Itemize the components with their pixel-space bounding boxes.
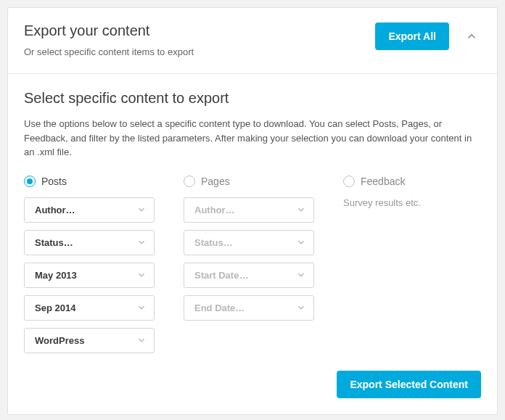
select-value: End Date… [194,302,245,313]
radio-icon [343,176,355,187]
pages-status-select[interactable]: Status… [184,230,314,255]
feedback-radio-label: Feedback [361,176,405,187]
posts-radio-label: Posts [41,176,67,187]
posts-end-date-select[interactable]: Sep 2014 [24,295,155,321]
header-section: Export your content Or select specific c… [8,8,497,74]
chevron-down-icon [296,270,306,280]
select-value: Author… [35,205,75,215]
pages-radio[interactable]: Pages [184,176,314,187]
body-section: Select specific content to export Use th… [8,74,497,414]
chevron-down-icon [136,335,147,345]
footer-actions: Export Selected Content [24,371,481,398]
feedback-column: Feedback Survey results etc. [343,176,481,361]
pages-start-date-select[interactable]: Start Date… [184,263,314,288]
header-text: Export your content Or select specific c… [24,22,194,57]
export-selected-button[interactable]: Export Selected Content [337,371,481,398]
feedback-radio[interactable]: Feedback [343,176,481,187]
export-card: Export your content Or select specific c… [7,7,498,415]
chevron-down-icon [136,270,147,280]
select-value: WordPress [35,335,84,346]
posts-start-date-select[interactable]: May 2013 [24,263,155,288]
select-value: Status… [35,237,73,248]
body-title: Select specific content to export [24,90,481,107]
pages-column: Pages Author… Status… Start Date… End Da… [184,176,314,361]
chevron-down-icon [136,237,147,247]
radio-icon [24,176,36,187]
header-title: Export your content [24,22,194,39]
select-value: May 2013 [35,270,77,281]
chevron-down-icon [296,302,306,313]
content-columns: Posts Author… Status… May 2013 Sep 2014 [24,176,481,361]
select-value: Status… [194,237,233,248]
posts-author-select[interactable]: Author… [24,197,155,223]
collapse-toggle[interactable] [462,27,481,46]
feedback-subtext: Survey results etc. [343,197,481,208]
select-value: Author… [194,205,235,215]
posts-category-select[interactable]: WordPress [24,328,155,353]
chevron-up-icon [465,30,478,43]
chevron-down-icon [296,205,306,215]
header-subtitle: Or select specific content items to expo… [24,46,194,57]
posts-radio[interactable]: Posts [24,176,155,187]
export-all-button[interactable]: Export All [375,22,449,50]
posts-column: Posts Author… Status… May 2013 Sep 2014 [24,176,155,361]
chevron-down-icon [136,302,147,313]
radio-icon [184,176,195,187]
body-description: Use the options below to select a specif… [24,117,481,160]
chevron-down-icon [296,237,306,247]
header-actions: Export All [375,22,481,50]
pages-author-select[interactable]: Author… [184,197,314,223]
select-value: Start Date… [194,270,248,281]
pages-end-date-select[interactable]: End Date… [184,295,314,321]
pages-radio-label: Pages [201,176,230,187]
posts-status-select[interactable]: Status… [24,230,155,255]
chevron-down-icon [136,205,147,215]
select-value: Sep 2014 [35,302,75,313]
